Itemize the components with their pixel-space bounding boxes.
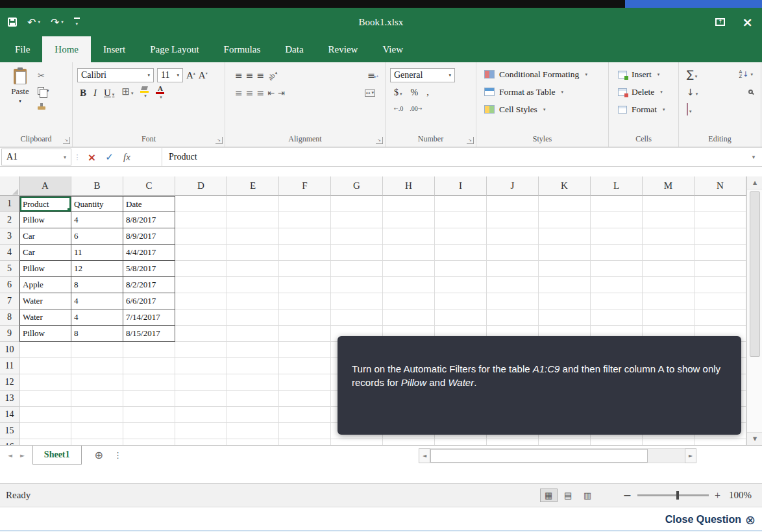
scroll-down-button[interactable]: ▼: [747, 432, 762, 445]
cell-C7[interactable]: 6/6/2017: [123, 293, 175, 309]
cell-B8[interactable]: 4: [71, 309, 123, 326]
cell-F3[interactable]: [279, 228, 331, 245]
cell-D13[interactable]: [175, 391, 227, 407]
tab-home[interactable]: Home: [42, 36, 91, 62]
wrap-text-button[interactable]: ≡↩: [367, 71, 375, 80]
cell-K8[interactable]: [539, 309, 591, 326]
horizontal-scroll-thumb[interactable]: [430, 449, 648, 463]
formula-input[interactable]: Product: [162, 148, 745, 166]
vertical-scroll-thumb[interactable]: [750, 191, 760, 357]
cell-N5[interactable]: [694, 261, 746, 277]
cell-N4[interactable]: [694, 245, 746, 261]
cell-F2[interactable]: [279, 212, 331, 228]
clear-button[interactable]: [687, 104, 692, 115]
cell-I4[interactable]: [435, 245, 487, 261]
cell-K2[interactable]: [539, 212, 591, 228]
cell-M5[interactable]: [643, 261, 694, 277]
cell-E16[interactable]: [227, 439, 279, 445]
sort-filter-button[interactable]: AZ↓: [739, 70, 753, 79]
cell-C9[interactable]: 8/15/2017: [123, 326, 175, 342]
cell-L1[interactable]: [591, 196, 643, 212]
col-header-C[interactable]: C: [123, 176, 175, 196]
scroll-left-button[interactable]: ◄: [419, 448, 430, 463]
underline-button[interactable]: U: [104, 88, 114, 99]
sheet-more-icon[interactable]: ⋮: [114, 450, 122, 460]
cell-F8[interactable]: [279, 309, 331, 326]
page-break-view-button[interactable]: ▥: [579, 489, 596, 502]
col-header-J[interactable]: J: [487, 176, 539, 196]
cell-N2[interactable]: [694, 212, 746, 228]
cell-M6[interactable]: [643, 277, 694, 293]
cell-B16[interactable]: [71, 439, 123, 445]
align-left-button[interactable]: ≡: [235, 88, 243, 97]
add-sheet-button[interactable]: ⊕: [95, 449, 103, 461]
cell-H2[interactable]: [383, 212, 435, 228]
cell-B2[interactable]: 4: [71, 212, 123, 228]
col-header-H[interactable]: H: [383, 176, 435, 196]
clipboard-dialog-launcher[interactable]: [63, 137, 70, 144]
cell-K5[interactable]: [539, 261, 591, 277]
align-right-button[interactable]: ≡: [256, 88, 264, 97]
cell-B5[interactable]: 12: [71, 261, 123, 277]
cell-D7[interactable]: [175, 293, 227, 309]
cell-M7[interactable]: [643, 293, 694, 309]
autosum-button[interactable]: ∑: [687, 68, 697, 80]
borders-button[interactable]: ⊞: [121, 87, 133, 99]
cell-A8[interactable]: Water: [19, 309, 71, 326]
increase-indent-button[interactable]: ⇥: [278, 88, 285, 98]
cell-E1[interactable]: [227, 196, 279, 212]
cell-G7[interactable]: [331, 293, 383, 309]
row-header-9[interactable]: 9: [0, 326, 19, 342]
cell-B6[interactable]: 8: [71, 277, 123, 293]
row-header-16[interactable]: 16: [0, 439, 19, 445]
cell-E13[interactable]: [227, 391, 279, 407]
cell-F16[interactable]: [279, 439, 331, 445]
format-as-table-button[interactable]: Format as Table: [479, 83, 606, 101]
horizontal-scroll-track[interactable]: [430, 448, 685, 463]
cell-K6[interactable]: [539, 277, 591, 293]
zoom-out-button[interactable]: −: [623, 489, 632, 502]
row-header-13[interactable]: 13: [0, 391, 19, 407]
alignment-dialog-launcher[interactable]: [376, 137, 383, 144]
cell-E5[interactable]: [227, 261, 279, 277]
cell-B12[interactable]: [71, 374, 123, 391]
cell-F14[interactable]: [279, 407, 331, 423]
cell-C14[interactable]: [123, 407, 175, 423]
page-layout-view-button[interactable]: ▤: [559, 489, 577, 502]
col-header-E[interactable]: E: [227, 176, 279, 196]
cell-B3[interactable]: 6: [71, 228, 123, 245]
cell-H16[interactable]: [383, 439, 435, 445]
insert-cells-button[interactable]: Insert: [611, 66, 676, 83]
cell-C10[interactable]: [123, 342, 175, 358]
cell-F12[interactable]: [279, 374, 331, 391]
cell-M16[interactable]: [643, 439, 694, 445]
cell-A11[interactable]: [19, 358, 71, 374]
cell-D4[interactable]: [175, 245, 227, 261]
cell-I1[interactable]: [435, 196, 487, 212]
cell-N3[interactable]: [694, 228, 746, 245]
cell-L3[interactable]: [591, 228, 643, 245]
cut-button[interactable]: ✂: [38, 71, 49, 80]
next-sheet-button[interactable]: ►: [20, 452, 25, 459]
cell-C4[interactable]: 4/4/2017: [123, 245, 175, 261]
cell-H6[interactable]: [383, 277, 435, 293]
format-painter-button[interactable]: [38, 102, 49, 111]
cell-A6[interactable]: Apple: [19, 277, 71, 293]
cell-B13[interactable]: [71, 391, 123, 407]
cell-F9[interactable]: [279, 326, 331, 342]
currency-format-button[interactable]: $: [394, 88, 402, 98]
grow-font-button[interactable]: A▴: [186, 70, 195, 81]
fill-button[interactable]: ↓: [687, 87, 698, 97]
row-header-15[interactable]: 15: [0, 423, 19, 439]
shrink-font-button[interactable]: A▾: [199, 70, 208, 81]
cell-H5[interactable]: [383, 261, 435, 277]
comma-format-button[interactable]: ,: [426, 88, 429, 98]
cell-C2[interactable]: 8/8/2017: [123, 212, 175, 228]
cell-I3[interactable]: [435, 228, 487, 245]
cancel-entry-button[interactable]: ×: [83, 148, 101, 166]
cell-G5[interactable]: [331, 261, 383, 277]
cell-J6[interactable]: [487, 277, 539, 293]
cell-A10[interactable]: [19, 342, 71, 358]
row-header-5[interactable]: 5: [0, 261, 19, 277]
cell-D9[interactable]: [175, 326, 227, 342]
